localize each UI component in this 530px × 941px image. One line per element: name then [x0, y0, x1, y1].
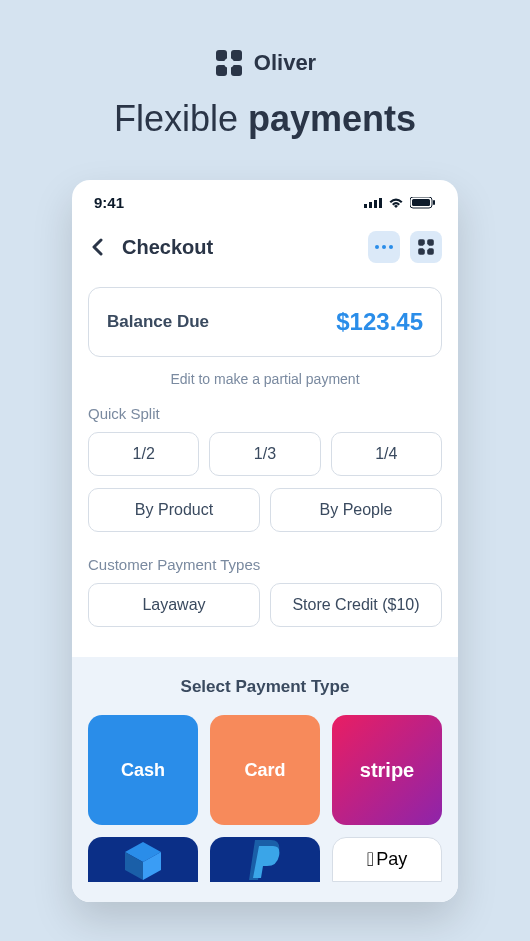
- svg-point-14: [389, 245, 393, 249]
- nav-bar: Checkout: [72, 223, 458, 279]
- phone-frame: 9:41 Checkout Balance Due $123.45 Edit t…: [72, 180, 458, 902]
- store-credit-button[interactable]: Store Credit ($10): [270, 583, 442, 627]
- svg-rect-0: [216, 50, 227, 61]
- svg-rect-7: [374, 200, 377, 208]
- brand: Oliver: [0, 48, 530, 78]
- status-bar: 9:41: [72, 180, 458, 223]
- payment-section: Select Payment Type Cash Card stripe Pa…: [72, 657, 458, 902]
- apple-icon: : [367, 848, 374, 871]
- payment-paypal-button[interactable]: [210, 837, 320, 882]
- payment-cash-button[interactable]: Cash: [88, 715, 198, 825]
- split-quarter-button[interactable]: 1/4: [331, 432, 442, 476]
- signal-icon: [364, 197, 382, 209]
- customer-types-label: Customer Payment Types: [72, 556, 458, 573]
- payment-title: Select Payment Type: [88, 677, 442, 697]
- oliver-logo-icon: [214, 48, 244, 78]
- svg-point-13: [382, 245, 386, 249]
- split-third-button[interactable]: 1/3: [209, 432, 320, 476]
- app-button[interactable]: [410, 231, 442, 263]
- svg-rect-16: [427, 239, 434, 246]
- paypal-icon: [247, 838, 283, 882]
- svg-point-4: [224, 58, 234, 68]
- svg-rect-8: [379, 198, 382, 208]
- status-icons: [364, 197, 436, 209]
- back-button[interactable]: [88, 237, 108, 257]
- svg-point-12: [375, 245, 379, 249]
- payment-other-button[interactable]: [88, 837, 198, 882]
- svg-rect-18: [427, 248, 434, 255]
- layaway-button[interactable]: Layaway: [88, 583, 260, 627]
- svg-rect-2: [216, 65, 227, 76]
- svg-rect-5: [364, 204, 367, 208]
- status-time: 9:41: [94, 194, 124, 211]
- payment-card-button[interactable]: Card: [210, 715, 320, 825]
- svg-rect-1: [231, 50, 242, 61]
- partial-payment-hint: Edit to make a partial payment: [72, 371, 458, 387]
- balance-label: Balance Due: [107, 312, 209, 332]
- split-by-product-button[interactable]: By Product: [88, 488, 260, 532]
- balance-card[interactable]: Balance Due $123.45: [88, 287, 442, 357]
- svg-rect-10: [412, 199, 430, 206]
- page-title: Flexible payments: [0, 98, 530, 140]
- svg-rect-6: [369, 202, 372, 208]
- balance-amount: $123.45: [336, 308, 423, 336]
- split-by-people-button[interactable]: By People: [270, 488, 442, 532]
- more-icon: [375, 245, 393, 249]
- battery-icon: [410, 197, 436, 209]
- oliver-icon: [417, 238, 435, 256]
- cube-icon: [121, 840, 165, 880]
- payment-applepay-button[interactable]: Pay: [332, 837, 442, 882]
- svg-rect-15: [418, 239, 425, 246]
- svg-point-19: [423, 244, 429, 250]
- nav-title: Checkout: [122, 236, 354, 259]
- payment-stripe-button[interactable]: stripe: [332, 715, 442, 825]
- split-half-button[interactable]: 1/2: [88, 432, 199, 476]
- svg-rect-17: [418, 248, 425, 255]
- svg-rect-11: [433, 200, 435, 205]
- svg-rect-3: [231, 65, 242, 76]
- brand-name: Oliver: [254, 50, 316, 76]
- quick-split-label: Quick Split: [72, 405, 458, 422]
- more-button[interactable]: [368, 231, 400, 263]
- wifi-icon: [388, 197, 404, 209]
